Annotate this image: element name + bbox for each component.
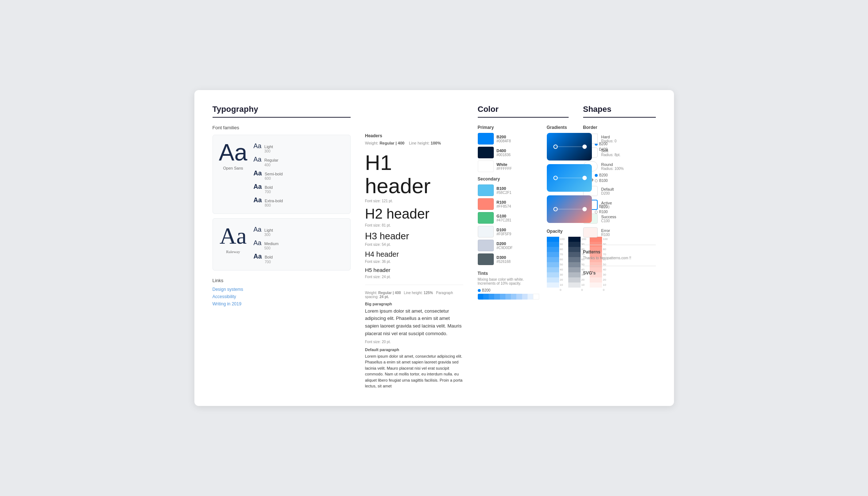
weight-light: Aa Light 300 (254, 142, 283, 154)
default-para-text: Lorem ipsum dolor sit amet, consectetur … (365, 353, 463, 389)
links-label: Links (213, 278, 351, 283)
opacity-labels-blue: 100 90 80 70 60 50 40 30 20 10 0 (560, 237, 565, 293)
h4-size: Font size: 36 pt. (365, 260, 463, 264)
h1-header: H1 header (365, 151, 463, 198)
swatch-r100: R100 #FF8574 (478, 198, 540, 210)
font-card-opensans: Aa Open Sans Aa Light 300 Aa Regular 400 (213, 135, 351, 214)
tints-section: Tints Mixing base color with white. Incr… (478, 271, 540, 300)
font-display-raleway: Aa Raleway (219, 224, 248, 254)
weight-extrabold: Aa Extra-bold 800 (254, 196, 283, 208)
style-error: Error R100 (583, 227, 656, 237)
h3-size: Font size: 54 pt. (365, 243, 463, 247)
tints-desc: Mixing base color with white. Increments… (478, 277, 540, 285)
typography-title: Typography (213, 105, 351, 118)
primary-label: Primary (478, 125, 540, 130)
swatch-g100: G100 #47C281 (478, 212, 540, 224)
weight-semibold: Aa Semi-bold 600 (254, 170, 283, 181)
style-section: Style Default D200 Active B200 Succe (583, 177, 656, 237)
swatch-b100: B100 #58C2F1 (478, 184, 540, 196)
raleway-bold: Aa Bold 700 (254, 253, 279, 264)
border-label: Border (583, 125, 656, 130)
swatch-b200: B200 #0084F8 (478, 133, 540, 145)
font-families-label: Font families (213, 125, 351, 130)
font-name-opensans: Open Sans (223, 166, 243, 170)
swatch-white-box (478, 160, 494, 172)
raleway-light: Aa Light 300 (254, 226, 279, 237)
swatch-d400-box (478, 147, 494, 158)
border-round: Round Radius: 100% (583, 161, 656, 171)
big-para-text: Lorem ipsum dolor sit amet, consectetur … (365, 308, 463, 338)
patterns-label: Patterns (583, 249, 656, 255)
style-success: Success C100 (583, 214, 656, 224)
font-card-raleway: Aa Raleway Aa Light 300 Aa Medium 500 (213, 218, 351, 271)
style-error-box (583, 227, 598, 237)
weight-bold: Aa Bold 700 (254, 183, 283, 194)
patterns-credit: Thanks to heropatterns.com !! (583, 256, 656, 260)
style-active: Active B200 (583, 200, 656, 210)
patterns-divider (583, 245, 656, 245)
swatches-col: Primary B200 #0084F8 D400 #001836 (478, 125, 540, 300)
default-para-label: Default paragraph (365, 347, 463, 352)
h4-header: H4 header (365, 250, 463, 258)
swatch-white: White #FFFFFF (478, 160, 540, 172)
style-label: Style (583, 177, 656, 182)
swatch-b200-box (478, 133, 494, 145)
h3-header: H3 header (365, 231, 463, 241)
font-weights-raleway: Aa Light 300 Aa Medium 500 Aa (254, 224, 279, 264)
font-display-opensans: Aa Open Sans (219, 141, 248, 170)
secondary-label: Secondary (478, 176, 540, 182)
border-hard: Hard Radius: 0 (583, 134, 656, 144)
border-soft: Soft Radius: 8pt. (583, 147, 656, 158)
svgs-label: SVG's (583, 271, 656, 276)
h2-size: Font size: 81 pt. (365, 223, 463, 227)
svgs-section: SVG's (583, 266, 656, 276)
headers-section: Headers Weight: Regular | 400 Line heigh… (365, 105, 463, 391)
tint-bar-b200 (478, 294, 540, 300)
opacity-blue-group: 100 90 80 70 60 50 40 30 20 10 0 (547, 237, 565, 293)
color-title: Color (478, 105, 569, 118)
typography-section: Typography Font families Aa Open Sans Aa… (213, 105, 351, 391)
big-para-size: Font size: 20 pt. (365, 340, 463, 344)
h5-size: Font size: 24 pt. (365, 275, 463, 279)
svgs-divider (583, 266, 656, 266)
shapes-section: Shapes Border Hard Radius: 0 Soft Radius… (583, 105, 656, 391)
color-main-row: Primary B200 #0084F8 D400 #001836 (478, 125, 569, 300)
link-writing[interactable]: Writing in 2019 (213, 301, 351, 306)
swatch-d200: D200 #C9D0DF (478, 240, 540, 251)
swatch-d100: D100 #F0F5F9 (478, 226, 540, 237)
tint-row-b200: B200 (478, 288, 540, 292)
style-default: Default D200 (583, 186, 656, 196)
gradient-b200-r100 (547, 195, 592, 223)
weight-regular: Aa Regular 400 (254, 156, 283, 167)
shapes-title: Shapes (583, 105, 656, 118)
link-design-systems[interactable]: Design systems (213, 287, 351, 292)
headers-meta: Weight: Regular | 400 Line height: 100% (365, 141, 463, 145)
swatch-d400: D400 #001836 (478, 147, 540, 158)
opacity-blue-col (547, 237, 559, 293)
gradient-b200-d400 (547, 133, 592, 160)
links-section: Links Design systems Accessibility Writi… (213, 278, 351, 306)
color-section: Color Primary B200 #0084F8 (478, 105, 569, 391)
big-para-label: Big paragraph (365, 302, 463, 306)
raleway-medium: Aa Medium 500 (254, 239, 279, 251)
font-name-raleway: Raleway (226, 250, 240, 254)
h1-size: Font size: 121 pt. (365, 199, 463, 203)
main-container: Typography Font families Aa Open Sans Aa… (194, 90, 674, 406)
swatch-d300: D300 #526168 (478, 253, 540, 265)
paragraph-section: Weight: Regular | 400 Line height: 125% … (365, 285, 463, 389)
h2-header: H2 header (365, 207, 463, 222)
font-weights-opensans: Aa Light 300 Aa Regular 400 Aa (254, 141, 283, 208)
opacity-dark-col (568, 237, 581, 293)
tints-label: Tints (478, 271, 540, 276)
link-accessibility[interactable]: Accessibility (213, 294, 351, 299)
patterns-section: Patterns Thanks to heropatterns.com !! (583, 245, 656, 260)
h5-header: H5 header (365, 267, 463, 273)
headers-group-label: Headers (365, 132, 463, 139)
para-meta: Weight: Regular | 400 Line height: 125% … (365, 291, 463, 299)
gradient-b200-b100 (547, 164, 592, 192)
